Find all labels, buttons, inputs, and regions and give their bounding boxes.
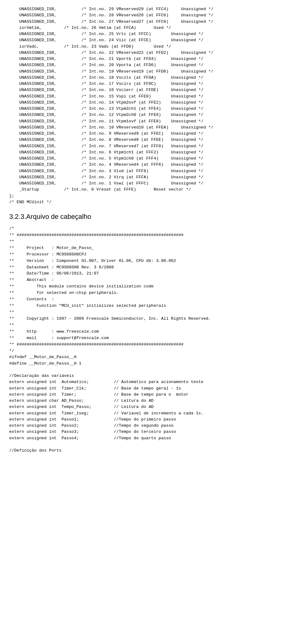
- code-top: UNASSIGNED_ISR, /* Int.no. 29 VReserved2…: [9, 6, 286, 205]
- page-content: UNASSIGNED_ISR, /* Int.no. 29 VReserved2…: [9, 6, 286, 454]
- section-heading: 3.2.3.Arquivo de cabeçalho: [9, 213, 286, 221]
- comment-block: /* ** ##################################…: [9, 226, 286, 354]
- code-bottom: #ifndef __Motor_de_Passo__H #define __Mo…: [9, 354, 286, 454]
